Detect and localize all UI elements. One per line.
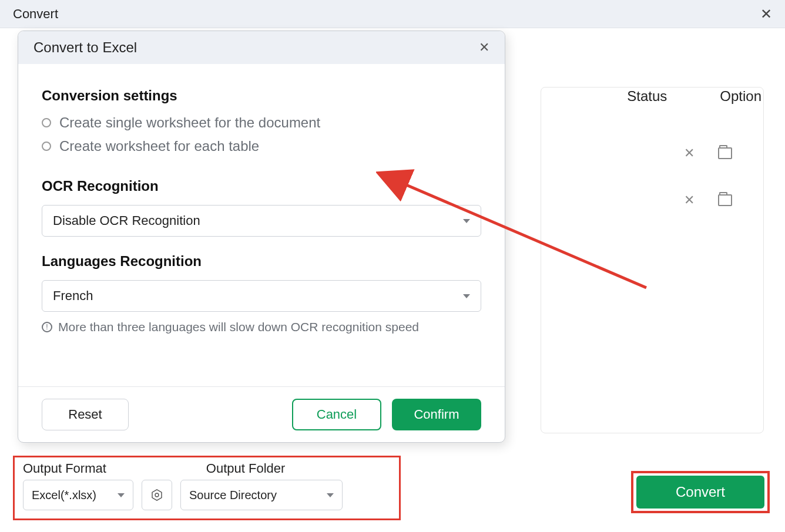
svg-point-2 xyxy=(155,493,159,497)
gear-icon xyxy=(150,489,163,501)
select-value: Excel(*.xlsx) xyxy=(32,489,96,502)
convert-button-highlight: Convert xyxy=(631,471,770,513)
file-list-panel xyxy=(541,87,764,433)
window-close-icon[interactable]: ✕ xyxy=(760,7,772,21)
remove-file-icon[interactable]: ✕ xyxy=(684,193,695,208)
radio-label: Create single worksheet for the document xyxy=(59,115,320,131)
svg-marker-1 xyxy=(152,490,162,500)
chevron-down-icon xyxy=(327,493,334,497)
dialog-header: Convert to Excel ✕ xyxy=(18,31,505,64)
select-value: Disable OCR Recognition xyxy=(53,213,200,228)
info-icon: ! xyxy=(42,322,52,332)
output-format-select[interactable]: Excel(*.xlsx) xyxy=(23,480,133,510)
chevron-down-icon xyxy=(463,219,470,223)
cancel-button[interactable]: Cancel xyxy=(292,399,381,430)
open-folder-icon[interactable] xyxy=(718,194,732,206)
conversion-settings-heading: Conversion settings xyxy=(42,87,481,104)
radio-icon xyxy=(42,118,51,127)
output-folder-label: Output Folder xyxy=(206,461,286,476)
ocr-recognition-select[interactable]: Disable OCR Recognition xyxy=(42,205,481,237)
output-settings-button[interactable] xyxy=(142,480,172,510)
confirm-button[interactable]: Confirm xyxy=(392,399,481,430)
radio-label: Create worksheet for each table xyxy=(59,138,259,154)
output-folder-select[interactable]: Source Directory xyxy=(180,480,343,510)
languages-recognition-select[interactable]: French xyxy=(42,280,481,312)
output-settings-highlight: Output Format Output Folder Excel(*.xlsx… xyxy=(13,456,401,520)
file-row-actions: ✕ xyxy=(684,146,732,161)
convert-settings-dialog: Convert to Excel ✕ Conversion settings C… xyxy=(18,31,505,443)
radio-worksheet-per-table[interactable]: Create worksheet for each table xyxy=(42,138,481,154)
output-format-label: Output Format xyxy=(23,461,106,476)
column-header-option: Option xyxy=(720,88,761,105)
radio-single-worksheet[interactable]: Create single worksheet for the document xyxy=(42,115,481,131)
dialog-body: Conversion settings Create single worksh… xyxy=(18,64,505,386)
file-list-headers: Status Option xyxy=(627,88,761,105)
select-value: Source Directory xyxy=(189,489,277,502)
dialog-footer: Reset Cancel Confirm xyxy=(18,387,505,442)
languages-hint: ! More than three languages will slow do… xyxy=(42,320,481,334)
window-title: Convert xyxy=(13,6,58,22)
hint-text: More than three languages will slow down… xyxy=(58,320,419,334)
window-header: Convert ✕ xyxy=(0,0,785,28)
dialog-title: Convert to Excel xyxy=(33,39,137,56)
dialog-close-icon[interactable]: ✕ xyxy=(479,40,489,55)
reset-button[interactable]: Reset xyxy=(42,399,129,430)
select-value: French xyxy=(53,288,93,304)
ocr-recognition-heading: OCR Recognition xyxy=(42,178,481,194)
chevron-down-icon xyxy=(118,493,125,497)
languages-recognition-heading: Languages Recognition xyxy=(42,253,481,270)
column-header-status: Status xyxy=(627,88,667,105)
convert-button[interactable]: Convert xyxy=(636,476,764,509)
radio-icon xyxy=(42,142,51,151)
file-row-actions: ✕ xyxy=(684,193,732,208)
remove-file-icon[interactable]: ✕ xyxy=(684,146,695,161)
open-folder-icon[interactable] xyxy=(718,147,732,159)
chevron-down-icon xyxy=(463,294,470,298)
